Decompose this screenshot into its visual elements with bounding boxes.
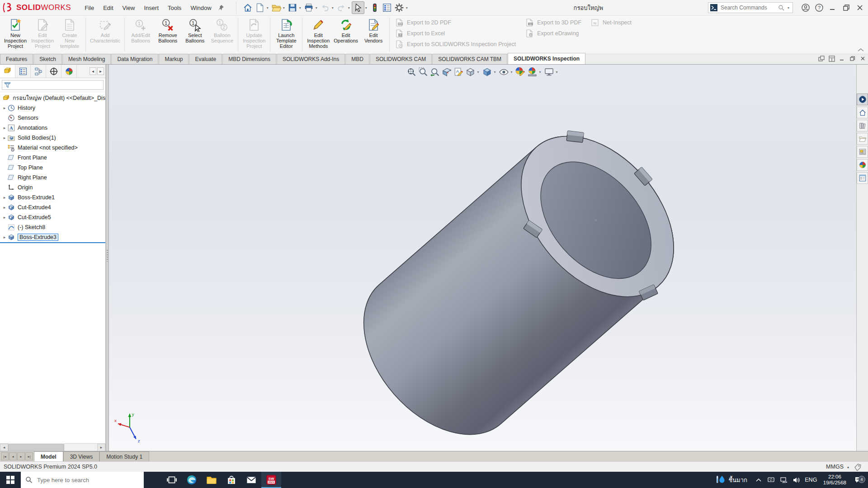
tab-solidworks-inspection[interactable]: SOLIDWORKS Inspection — [508, 53, 585, 64]
menu-view[interactable]: View — [118, 3, 140, 13]
tree-item-top-plane[interactable]: Top Plane — [0, 163, 105, 173]
search-dropdown-icon[interactable]: ▾ — [788, 6, 789, 10]
connect-icon[interactable] — [765, 476, 777, 484]
scrollbar-thumb[interactable] — [8, 444, 64, 451]
units-selector[interactable]: MMGS ▴ — [826, 464, 849, 470]
restore-icon[interactable] — [841, 2, 852, 13]
panel-horizontal-scrollbar[interactable]: ◂ ▸ — [0, 443, 105, 451]
start-button[interactable] — [0, 472, 21, 488]
close-icon[interactable] — [854, 2, 865, 13]
manager-tab-dimxpert-manager[interactable] — [46, 65, 61, 78]
dropdown-arrow-icon[interactable]: ▾ — [283, 6, 285, 10]
tab-mesh-modeling[interactable]: Mesh Modeling — [62, 54, 111, 64]
tray-expand-icon[interactable] — [753, 478, 764, 482]
tree-filter-input[interactable] — [2, 80, 104, 90]
sw-resources-button[interactable] — [857, 94, 868, 105]
dynamic-annotation-views-button[interactable]: A — [453, 67, 463, 77]
model-tab-motion-study-1[interactable]: Motion Study 1 — [99, 451, 149, 461]
notification-center[interactable]: 4 — [851, 476, 866, 484]
dropdown-arrow-icon[interactable]: ▾ — [477, 70, 479, 74]
task-view-taskbar-button[interactable] — [162, 472, 182, 488]
tab-data-migration[interactable]: Data Migration — [111, 54, 158, 64]
edit-methods-button[interactable]: Edit Inspection Methods — [305, 17, 332, 49]
inspection-new-button[interactable]: New Inspection Project — [2, 17, 29, 49]
first-tab-icon[interactable]: |◂ — [1, 452, 9, 460]
tree-item-sketch8[interactable]: (-) Sketch8 — [0, 222, 105, 232]
dropdown-arrow-icon[interactable]: ▾ — [267, 6, 269, 10]
last-tab-icon[interactable]: ▸| — [25, 452, 33, 460]
hide-show-items-button[interactable] — [498, 67, 509, 77]
manager-tab-property-manager[interactable] — [15, 65, 31, 78]
template-editor-button[interactable]: Launch Template Editor — [273, 17, 300, 49]
search-icon[interactable] — [778, 5, 785, 11]
arrange-windows-icon[interactable] — [818, 55, 825, 62]
taskbar-search-input[interactable] — [36, 476, 139, 484]
search-commands-input[interactable] — [720, 4, 776, 11]
print-button[interactable] — [303, 2, 315, 14]
menu-edit[interactable]: Edit — [99, 3, 118, 13]
tree-item-front-plane[interactable]: Front Plane — [0, 153, 105, 163]
speaker-icon[interactable] — [791, 476, 802, 484]
manager-tab-display-manager[interactable] — [61, 65, 77, 78]
doc-restore-icon[interactable] — [849, 55, 856, 62]
options-gear-button[interactable] — [393, 2, 405, 14]
tree-item-cut-extrude4[interactable]: ▸Cut-Extrude4 — [0, 202, 105, 212]
command-manager-button[interactable] — [381, 2, 393, 14]
dropdown-arrow-icon[interactable]: ▾ — [556, 70, 558, 74]
tree-item-sensors[interactable]: Sensors — [0, 113, 105, 123]
tab-mbd-dimensions[interactable]: MBD Dimensions — [222, 54, 276, 64]
tabs-scroll-left-icon[interactable]: ◂ — [90, 67, 96, 75]
dropdown-arrow-icon[interactable]: ▾ — [406, 6, 408, 10]
expand-arrow-icon[interactable]: ▸ — [2, 106, 7, 110]
expand-arrow-icon[interactable]: ▸ — [2, 195, 7, 200]
search-commands-box[interactable]: ▾ — [708, 2, 793, 13]
pushpin-icon[interactable] — [218, 5, 224, 11]
expand-arrow-icon[interactable]: ▸ — [2, 205, 7, 210]
graphics-viewport[interactable]: y x z A▾▾▾▾▾ — [109, 65, 856, 451]
language-indicator[interactable]: ENG — [803, 477, 819, 483]
mail-taskbar-button[interactable] — [241, 472, 261, 488]
redo-button[interactable] — [335, 2, 347, 14]
view-palette-button[interactable] — [857, 146, 868, 158]
expand-arrow-icon[interactable]: ▸ — [2, 235, 7, 239]
view-settings-button[interactable] — [544, 67, 554, 77]
minimize-icon[interactable] — [827, 2, 838, 13]
doc-minimize-icon[interactable] — [839, 55, 845, 62]
dropdown-arrow-icon[interactable]: ▾ — [348, 6, 350, 10]
undo-button[interactable] — [319, 2, 331, 14]
edit-operations-button[interactable]: Edit Operations — [332, 17, 360, 43]
ribbon-collapse-icon[interactable] — [857, 47, 864, 52]
tab-solidworks-cam[interactable]: SOLIDWORKS CAM — [370, 54, 432, 64]
3d-model-cylinder[interactable]: y x z — [109, 65, 856, 451]
model-tab-3d-views[interactable]: 3D Views — [63, 451, 99, 461]
tree-item-cut-extrude5[interactable]: ▸Cut-Extrude5 — [0, 212, 105, 222]
dropdown-arrow-icon[interactable]: ▾ — [299, 6, 301, 10]
select-cursor-button[interactable] — [352, 1, 364, 14]
tree-item-origin[interactable]: Origin — [0, 183, 105, 192]
balloons-remove-button[interactable]: 1Remove Balloons — [154, 17, 181, 43]
file-explorer-pane-button[interactable] — [857, 133, 868, 145]
tile-windows-icon[interactable] — [828, 55, 835, 62]
network-icon[interactable] — [778, 476, 790, 484]
tree-item-solid-bodies-1[interactable]: ▸Solid Bodies(1) — [0, 133, 105, 143]
home-button[interactable] — [242, 2, 254, 14]
design-library-button[interactable] — [857, 120, 868, 131]
tag-icon[interactable] — [854, 463, 862, 471]
doc-close-icon[interactable] — [859, 55, 866, 62]
zoom-area-button[interactable] — [418, 67, 428, 77]
tab-features[interactable]: Features — [0, 54, 33, 64]
user-account-icon[interactable] — [800, 2, 811, 13]
tabs-scroll-right-icon[interactable]: ▸ — [97, 67, 104, 75]
apply-scene-button[interactable] — [527, 67, 538, 77]
save-button[interactable] — [287, 2, 298, 14]
microsoft-store-taskbar-button[interactable] — [222, 472, 241, 488]
expand-arrow-icon[interactable]: ▸ — [2, 136, 7, 140]
edge-browser-taskbar-button[interactable] — [182, 472, 202, 488]
balloons-select-button[interactable]: 1Select Balloons — [181, 17, 208, 43]
dropdown-arrow-icon[interactable]: ▾ — [365, 6, 367, 10]
view-orientation-button[interactable] — [465, 67, 475, 77]
traffic-light-button[interactable] — [369, 2, 381, 14]
tab-markup[interactable]: Markup — [159, 54, 189, 64]
model-tab-model[interactable]: Model — [34, 451, 63, 461]
tree-item-boss-extrude3[interactable]: ▸Boss-Extrude3 — [0, 232, 105, 243]
